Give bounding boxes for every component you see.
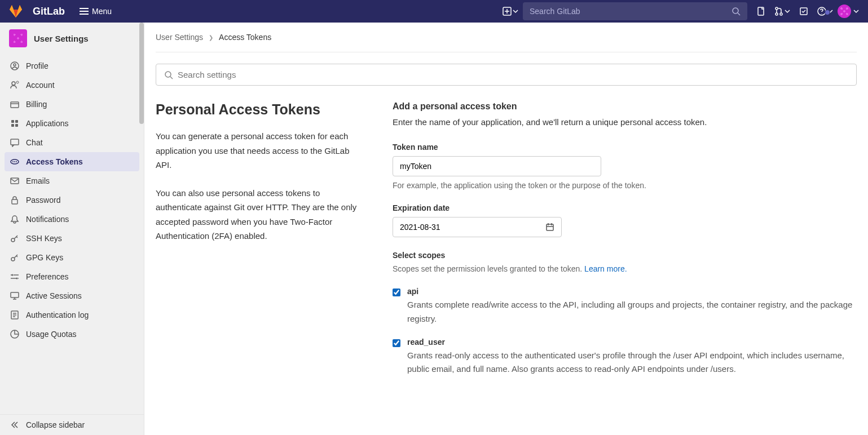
chevron-down-icon — [827, 8, 833, 14]
sidebar-item-usage-quotas[interactable]: Usage Quotas — [5, 325, 139, 344]
scope-checkbox-api[interactable] — [393, 288, 400, 296]
sidebar-item-chat[interactable]: Chat — [5, 133, 139, 152]
hamburger-icon — [80, 7, 89, 16]
svg-rect-19 — [15, 124, 18, 127]
merge-request-icon — [774, 7, 783, 16]
profile-icon — [10, 61, 19, 70]
key-icon — [10, 253, 19, 262]
svg-point-14 — [16, 81, 19, 83]
scope-desc: Grants read-only access to the authentic… — [407, 349, 857, 377]
section-desc-1: You can generate a personal access token… — [156, 129, 364, 172]
sidebar-item-billing[interactable]: Billing — [5, 95, 139, 114]
sidebar-item-preferences[interactable]: Preferences — [5, 267, 139, 286]
chevron-down-icon — [853, 8, 859, 14]
todos-nav-icon[interactable] — [795, 2, 813, 20]
new-dropdown[interactable] — [503, 7, 518, 16]
sidebar-item-authentication-log[interactable]: Authentication log — [5, 305, 139, 325]
sidebar-item-label: Account — [26, 81, 55, 90]
sidebar-item-label: Authentication log — [26, 310, 89, 319]
sidebar-item-applications[interactable]: Applications — [5, 114, 139, 133]
sidebar-item-label: Password — [26, 196, 60, 205]
settings-search[interactable] — [156, 64, 857, 86]
bell-icon — [10, 215, 19, 224]
sidebar-item-emails[interactable]: Emails — [5, 171, 139, 190]
user-menu-dropdown[interactable] — [838, 5, 859, 18]
expiration-label: Expiration date — [393, 203, 857, 212]
svg-rect-1 — [80, 11, 89, 12]
token-name-label: Token name — [393, 143, 857, 152]
global-search[interactable] — [523, 2, 747, 20]
sidebar-item-label: Emails — [26, 176, 50, 185]
sidebar-scrollbar[interactable] — [139, 23, 144, 435]
breadcrumb-root[interactable]: User Settings — [156, 33, 203, 42]
search-icon — [732, 7, 741, 16]
sidebar-item-notifications[interactable]: Notifications — [5, 210, 139, 229]
apps-icon — [10, 119, 19, 128]
merge-requests-dropdown[interactable] — [774, 7, 790, 16]
sidebar-item-label: Preferences — [26, 272, 68, 281]
scope-read_user: read_userGrants read-only access to the … — [393, 338, 857, 377]
collapse-sidebar-button[interactable]: Collapse sidebar — [0, 414, 144, 435]
svg-rect-17 — [15, 120, 18, 123]
quota-icon — [10, 330, 19, 339]
sidebar-item-account[interactable]: Account — [5, 76, 139, 95]
sidebar-item-label: Active Sessions — [26, 291, 82, 300]
svg-point-23 — [14, 161, 15, 162]
settings-search-input[interactable] — [178, 70, 848, 79]
chevron-down-icon — [513, 8, 518, 14]
global-search-input[interactable] — [530, 7, 732, 16]
svg-point-22 — [12, 161, 14, 162]
form-instruction: Enter the name of your application, and … — [393, 117, 857, 127]
svg-point-24 — [16, 161, 17, 162]
sidebar-item-label: Notifications — [26, 215, 69, 224]
sidebar-item-ssh-keys[interactable]: SSH Keys — [5, 229, 139, 248]
learn-more-link[interactable]: Learn more. — [584, 264, 627, 273]
expiration-date-input[interactable] — [400, 223, 545, 232]
svg-rect-15 — [11, 102, 19, 108]
svg-rect-25 — [11, 178, 19, 184]
svg-point-4 — [733, 8, 738, 14]
log-icon — [10, 310, 19, 319]
sidebar-header[interactable]: User Settings — [0, 23, 144, 54]
document-icon — [756, 7, 765, 16]
monitor-icon — [10, 291, 19, 300]
issues-nav-icon[interactable] — [752, 2, 770, 20]
svg-rect-18 — [11, 124, 14, 127]
svg-point-34 — [165, 72, 171, 77]
emails-icon — [10, 176, 19, 185]
prefs-icon — [10, 272, 19, 281]
lock-icon — [10, 196, 19, 205]
menu-button[interactable]: Menu — [75, 5, 116, 18]
expiration-date-picker[interactable] — [393, 217, 562, 237]
sidebar-item-active-sessions[interactable]: Active Sessions — [5, 286, 139, 305]
gitlab-wordmark[interactable]: GitLab — [33, 6, 65, 17]
sidebar-item-gpg-keys[interactable]: GPG Keys — [5, 248, 139, 267]
sidebar-item-label: Usage Quotas — [26, 330, 77, 339]
scope-desc: Grants complete read/write access to the… — [407, 298, 857, 326]
svg-rect-20 — [11, 139, 19, 145]
chevron-right-icon: ❯ — [209, 34, 213, 41]
sidebar-item-password[interactable]: Password — [5, 190, 139, 210]
question-circle-icon — [817, 7, 826, 16]
sidebar-title: User Settings — [34, 34, 89, 43]
sidebar-item-label: GPG Keys — [26, 253, 63, 262]
todo-icon — [799, 7, 808, 16]
sidebar-item-access-tokens[interactable]: Access Tokens — [5, 152, 139, 171]
gitlab-logo-icon[interactable] — [9, 5, 23, 18]
scope-api: apiGrants complete read/write access to … — [393, 287, 857, 326]
token-name-input[interactable] — [393, 156, 601, 176]
help-dropdown[interactable] — [817, 7, 833, 16]
scopes-help: Scopes set the permission levels granted… — [393, 264, 857, 273]
user-avatar-icon — [9, 29, 27, 47]
svg-point-8 — [780, 13, 782, 15]
scope-name: read_user — [407, 338, 857, 347]
sidebar-item-label: Profile — [26, 61, 49, 70]
svg-rect-31 — [11, 292, 19, 298]
sidebar-item-profile[interactable]: Profile — [5, 56, 139, 76]
menu-label: Menu — [92, 7, 112, 16]
breadcrumb: User Settings ❯ Access Tokens — [156, 23, 857, 52]
scope-checkbox-read_user[interactable] — [393, 339, 400, 347]
chevron-down-icon — [785, 8, 790, 14]
calendar-icon — [545, 223, 554, 232]
svg-rect-2 — [80, 14, 89, 15]
